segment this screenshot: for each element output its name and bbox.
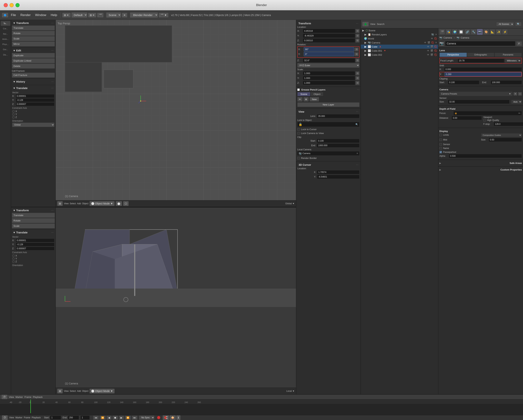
timeline-playback-label[interactable]: Playback: [33, 396, 43, 398]
tc-view-btn[interactable]: View: [9, 416, 14, 419]
camera-f-button[interactable]: F: [516, 41, 522, 46]
bottom-axis-y-radio[interactable]: [12, 257, 15, 260]
cube002-restrict-btn[interactable]: 🚫: [434, 54, 437, 56]
camera-name-input[interactable]: [445, 41, 515, 46]
bottom-vp-local-label[interactable]: Local ▼: [286, 390, 294, 392]
top-vp-editor-type[interactable]: ⊞: [57, 201, 63, 206]
loc-x-copy[interactable]: ⊡: [355, 29, 360, 33]
delete-btn[interactable]: Delete: [12, 63, 55, 69]
cube-restrict-btn[interactable]: 🚫: [434, 45, 437, 48]
sidebar-tab-display[interactable]: Dis...: [1, 52, 10, 57]
focal-unit-select[interactable]: Millimeters: [505, 59, 521, 63]
layout-selector[interactable]: Default: [71, 12, 87, 18]
outliner-world[interactable]: 🌍 World 👁 🚫: [361, 37, 438, 40]
cube001-render-btn[interactable]: 🎬: [430, 49, 433, 52]
outliner-scene-item[interactable]: ▶ ⬡ Scene: [361, 28, 438, 32]
loc-y-input[interactable]: [303, 33, 355, 38]
outliner-view-label[interactable]: View: [370, 23, 375, 25]
cursor-x-input[interactable]: [317, 170, 360, 174]
gp-pencil-btn[interactable]: ✏: [297, 97, 303, 102]
translate-panel-header[interactable]: ▼ Translate ···: [12, 86, 55, 91]
bottom-axis-y[interactable]: Y: [12, 257, 54, 260]
timeline-view-label[interactable]: View: [9, 396, 14, 398]
top-vp-add-menu[interactable]: Add: [77, 202, 81, 205]
size-input[interactable]: [489, 138, 522, 142]
cursor-y-input[interactable]: [317, 175, 360, 179]
focus-input-area[interactable]: ◉ ✏: [453, 111, 522, 115]
outliner-type-icon[interactable]: 🌲: [362, 22, 369, 27]
alpha-input[interactable]: [449, 154, 522, 158]
clip-end-cam-input[interactable]: [491, 80, 522, 84]
loc-x-input[interactable]: [303, 29, 355, 33]
sidebar-tab-relations[interactable]: Rel...: [1, 32, 10, 36]
scene-x-btn[interactable]: ✕: [122, 13, 127, 17]
bottom-vp-view-menu[interactable]: View: [64, 390, 69, 392]
rot-z-input[interactable]: [303, 58, 355, 63]
focus-eyedropper[interactable]: ✏: [518, 112, 521, 115]
bottom-axis-x[interactable]: X: [12, 254, 54, 257]
cube-eye-btn[interactable]: 👁: [427, 45, 430, 48]
cam-type-perspective[interactable]: Perspective: [439, 53, 467, 57]
clip-start-input[interactable]: [317, 139, 360, 143]
local-camera-x[interactable]: ✕: [356, 152, 358, 155]
axis-y-radio[interactable]: [12, 113, 15, 116]
view-panel-header[interactable]: View ···: [297, 109, 360, 114]
prop-icon-world[interactable]: 🌍: [452, 29, 458, 35]
world-eye-btn[interactable]: 👁: [431, 37, 433, 40]
bottom-vp-select-menu[interactable]: Select: [70, 390, 76, 392]
orientation-select[interactable]: Global: [12, 123, 54, 127]
bottom-vp-editor-type[interactable]: ⊞: [57, 389, 63, 393]
sidebar-tab-physics[interactable]: Phys...: [1, 42, 10, 47]
lock-to-cursor-checkbox[interactable]: [297, 128, 300, 131]
step-back-btn[interactable]: ⏪: [99, 416, 106, 420]
outliner-renderlayers[interactable]: ▶ 📋 RenderLayers 📷 ✕: [361, 32, 438, 37]
stop-btn[interactable]: ⏹: [112, 416, 118, 420]
bottom-ty-input[interactable]: [16, 243, 54, 246]
scale-y-copy[interactable]: ⊡: [355, 76, 360, 80]
prop-icon-material[interactable]: 🎨: [483, 29, 489, 35]
high-quality-cb[interactable]: [483, 119, 486, 121]
outliner-search-btn[interactable]: 🔍: [515, 22, 522, 26]
timeline-snap-btn[interactable]: 🧲: [163, 415, 169, 420]
prop-icon-texture[interactable]: 📐: [490, 29, 495, 35]
jump-end-btn[interactable]: ⏭: [132, 416, 138, 420]
timeline-editor-type[interactable]: ⏱: [2, 415, 8, 420]
gp-checkbox[interactable]: [297, 88, 300, 91]
cube002-eye-btn[interactable]: 👁: [427, 54, 430, 56]
translate-x-input[interactable]: [16, 94, 54, 98]
outliner-cube002[interactable]: ▶ ⬜ Cube.002 👁 🎬 🚫: [361, 53, 438, 57]
layout-icons[interactable]: ⊞ ✕: [62, 13, 71, 17]
outliner-search-label[interactable]: Search: [377, 23, 384, 25]
bottom-axis-x-radio[interactable]: [12, 254, 15, 257]
tc-marker-btn[interactable]: Marker: [16, 416, 22, 419]
passepartout-cb[interactable]: ✓: [439, 151, 442, 153]
axis-y-item[interactable]: Y: [12, 113, 54, 116]
duplicate-btn[interactable]: Duplicate: [12, 53, 55, 58]
clip-end-input[interactable]: [317, 143, 360, 148]
fstop-input[interactable]: [494, 122, 523, 126]
camera-presets-add[interactable]: +: [513, 92, 517, 96]
rot-x-copy[interactable]: ⊡: [354, 48, 359, 51]
outliner-cube[interactable]: ▶ ⬜ Cube 🔺 👁 🎬 🚫: [361, 45, 438, 49]
euler-select[interactable]: XYZ Euler: [297, 63, 360, 68]
step-fwd-btn[interactable]: ⏩: [125, 416, 131, 420]
scene-icon[interactable]: 🎬: [97, 13, 104, 17]
cube001-eye-btn[interactable]: 👁: [427, 49, 430, 52]
prop-icon-particles[interactable]: ✨: [496, 29, 501, 35]
lock-camera-checkbox[interactable]: [297, 132, 300, 135]
layout-add-btn[interactable]: ⊞ ✕: [88, 13, 97, 17]
rotate-btn[interactable]: Rotate: [12, 31, 55, 36]
menu-help[interactable]: Help: [49, 13, 59, 18]
scale-z-copy[interactable]: ⊡: [355, 81, 360, 85]
start-frame-input[interactable]: [50, 416, 61, 420]
top-vp-select-menu[interactable]: Select: [70, 202, 76, 205]
duplicate-linked-btn[interactable]: Duplicate Linked: [12, 58, 55, 63]
lens-section-header[interactable]: Lens: [439, 48, 522, 53]
custom-props-header[interactable]: ▶ Custom Properties: [439, 168, 522, 172]
loc-z-input[interactable]: [303, 38, 355, 43]
scene-selector[interactable]: Scene: [106, 12, 121, 18]
minimize-button[interactable]: [10, 3, 14, 7]
cube002-render-btn[interactable]: 🎬: [430, 54, 433, 56]
end-frame-input[interactable]: [68, 416, 79, 420]
blender-icon-btn[interactable]: 🔷: [2, 13, 8, 17]
